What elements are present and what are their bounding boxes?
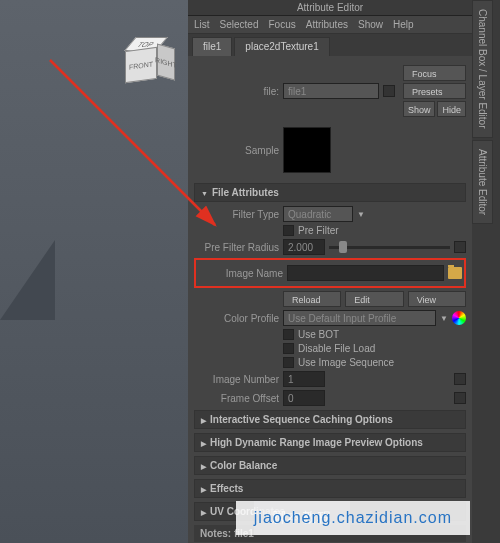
tab-file1[interactable]: file1 [192, 37, 232, 56]
cube-right[interactable]: RIGHT [157, 44, 175, 81]
filter-type-label: Filter Type [194, 209, 279, 220]
arrow-right-icon [201, 460, 206, 471]
menu-help[interactable]: Help [393, 19, 414, 30]
hide-button[interactable]: Hide [437, 101, 466, 117]
annotation-highlight: Image Name [194, 258, 466, 288]
section-effects[interactable]: Effects [194, 479, 466, 498]
focus-button[interactable]: Focus [403, 65, 466, 81]
file-name-field[interactable]: file1 [283, 83, 379, 99]
menu-bar: List Selected Focus Attributes Show Help [188, 16, 472, 34]
section-color-balance[interactable]: Color Balance [194, 456, 466, 475]
color-wheel-icon[interactable] [452, 311, 466, 325]
mesh-triangle [0, 240, 55, 320]
frame-offset-label: Frame Offset [194, 393, 279, 404]
image-number-field[interactable]: 1 [283, 371, 325, 387]
menu-list[interactable]: List [194, 19, 210, 30]
menu-show[interactable]: Show [358, 19, 383, 30]
arrow-down-icon [201, 187, 208, 198]
use-image-sequence-checkbox[interactable] [283, 357, 294, 368]
right-sidebar: Channel Box / Layer Editor Attribute Edi… [472, 0, 500, 543]
sidebar-tab-attribute-editor[interactable]: Attribute Editor [472, 140, 493, 224]
pre-filter-radius-field[interactable]: 2.000 [283, 239, 325, 255]
tab-place2dtexture1[interactable]: place2dTexture1 [234, 37, 329, 56]
sidebar-tab-channel-box[interactable]: Channel Box / Layer Editor [472, 0, 493, 138]
arrow-right-icon [201, 483, 206, 494]
attribute-editor-panel: Attribute Editor List Selected Focus Att… [188, 0, 472, 543]
use-bot-checkbox[interactable] [283, 329, 294, 340]
view-button[interactable]: View [408, 291, 466, 307]
arrow-right-icon [201, 506, 206, 517]
sample-swatch[interactable] [283, 127, 331, 173]
image-name-label: Image Name [198, 268, 283, 279]
arrow-right-icon [201, 437, 206, 448]
section-interactive-caching[interactable]: Interactive Sequence Caching Options [194, 410, 466, 429]
image-name-field[interactable] [287, 265, 444, 281]
pre-filter-label: Pre Filter [298, 225, 339, 236]
edit-button[interactable]: Edit [345, 291, 403, 307]
frame-offset-field[interactable]: 0 [283, 390, 325, 406]
map-button-icon[interactable] [454, 392, 466, 404]
disable-file-load-label: Disable File Load [298, 343, 375, 354]
cube-front[interactable]: FRONT [125, 47, 157, 83]
menu-selected[interactable]: Selected [220, 19, 259, 30]
menu-attributes[interactable]: Attributes [306, 19, 348, 30]
presets-button[interactable]: Presets [403, 83, 466, 99]
file-label: file: [194, 86, 279, 97]
show-button[interactable]: Show [403, 101, 436, 117]
panel-title: Attribute Editor [188, 0, 472, 16]
watermark-url: jiaocheng.chazidian.com [236, 501, 470, 535]
image-number-label: Image Number [194, 374, 279, 385]
folder-icon[interactable] [448, 267, 462, 279]
node-tabs: file1 place2dTexture1 [188, 34, 472, 56]
viewport-3d[interactable]: TOP FRONT RIGHT [0, 0, 188, 543]
color-profile-label: Color Profile [194, 313, 279, 324]
sample-label: Sample [194, 145, 279, 156]
menu-focus[interactable]: Focus [268, 19, 295, 30]
reload-button[interactable]: Reload [283, 291, 341, 307]
pre-filter-radius-slider[interactable] [329, 246, 450, 249]
node-indicator-icon[interactable] [383, 85, 395, 97]
color-profile-dropdown[interactable]: Use Default Input Profile [283, 310, 436, 326]
arrow-right-icon [201, 414, 206, 425]
filter-type-dropdown[interactable]: Quadratic [283, 206, 353, 222]
use-image-sequence-label: Use Image Sequence [298, 357, 394, 368]
dropdown-arrow-icon: ▼ [357, 210, 365, 219]
section-hdr-preview[interactable]: High Dynamic Range Image Preview Options [194, 433, 466, 452]
view-cube[interactable]: TOP FRONT RIGHT [125, 35, 173, 83]
section-file-attributes[interactable]: File Attributes [194, 183, 466, 202]
map-button-icon[interactable] [454, 373, 466, 385]
pre-filter-checkbox[interactable] [283, 225, 294, 236]
map-button-icon[interactable] [454, 241, 466, 253]
use-bot-label: Use BOT [298, 329, 339, 340]
disable-file-load-checkbox[interactable] [283, 343, 294, 354]
pre-filter-radius-label: Pre Filter Radius [194, 242, 279, 253]
dropdown-arrow-icon: ▼ [440, 314, 448, 323]
